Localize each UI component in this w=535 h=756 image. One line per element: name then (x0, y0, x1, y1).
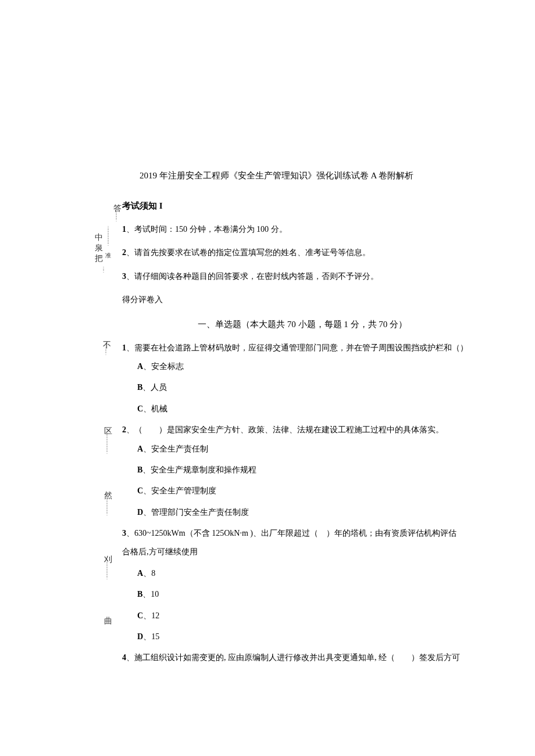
instruction-item: 3、请仔细阅读各种题目的回答要求，在密封线内答题，否则不予评分。 (122, 270, 471, 283)
notice-label: 考试须知 I (122, 199, 471, 213)
option-letter: A (137, 569, 143, 578)
option-text: 、管理部门安全生产责任制度 (143, 508, 249, 517)
option-letter: B (137, 383, 142, 392)
option: A、8 (137, 567, 471, 580)
question-num: 3 (122, 529, 126, 538)
option: D、15 (137, 630, 471, 643)
option-text: 、安全标志 (143, 362, 184, 371)
option: B、人员 (137, 381, 471, 394)
option: C、12 (137, 610, 471, 622)
score-entry: 得分评卷入 (122, 293, 471, 306)
question-body: 、630~1250kWm（不含 125OkN·m )、出厂年限超过（ ）年的塔机… (126, 529, 456, 538)
side-dots: ⋮⋮ (101, 267, 106, 272)
side-dots: ⋮⋮⋮⋮⋮⋮⋮⋮ (105, 560, 109, 579)
option-letter: C (137, 486, 143, 495)
instruction-text: 、考试时间：150 分钟，本卷满分为 100 分。 (126, 225, 287, 234)
question-body: 、需要在社会道路上管材码放时，应征得交通管理部门同意，并在管子周围设围挡或护栏和… (126, 343, 468, 352)
question-body: 、施工组织设计如需变更的, 应由原编制人进行修改并出具变更通知单, 经（ ）签发… (126, 653, 460, 662)
option-letter: A (137, 362, 143, 371)
question-num: 4 (122, 653, 126, 662)
option-letter: C (137, 611, 143, 620)
question-text-cont: 合格后,方可继续使用 (122, 546, 471, 558)
document-content: 2019 年注册安全工程师《安全生产管理知识》强化训练试卷 A 卷附解析 考试须… (122, 169, 471, 671)
option-text: 、10 (142, 590, 159, 599)
question-text: 4、施工组织设计如需变更的, 应由原编制人进行修改并出具变更通知单, 经（ ）签… (122, 651, 471, 664)
option-text: 、机械 (143, 404, 167, 413)
option-letter: D (137, 508, 143, 517)
option: A、安全标志 (137, 360, 471, 373)
side-dots: ⋮⋮⋮⋮ (104, 345, 108, 354)
options-list: A、安全生产责任制 B、安全生产规章制度和操作规程 C、安全生产管理制度 D、管… (137, 443, 471, 519)
option: C、安全生产管理制度 (137, 485, 471, 497)
options-list: A、安全标志 B、人员 C、机械 (137, 360, 471, 415)
option-text: 、安全生产规章制度和操作规程 (142, 465, 256, 474)
option-letter: A (137, 445, 143, 453)
side-dots: ⋮⋮⋮⋮⋮⋮⋮⋮ (106, 227, 110, 245)
document-title: 2019 年注册安全工程师《安全生产管理知识》强化训练试卷 A 卷附解析 (140, 169, 471, 182)
side-dots: ⋮⋮⋮⋮⋮⋮⋮⋮ (105, 496, 109, 515)
option: A、安全生产责任制 (137, 443, 471, 456)
question-text: 2、（ ）是国家安全生产方针、政策、法律、法规在建设工程施工过程中的具体落实。 (122, 424, 471, 436)
question-num: 1 (122, 343, 126, 352)
instruction-item: 1、考试时间：150 分钟，本卷满分为 100 分。 (122, 223, 471, 236)
question-body: 、（ ）是国家安全生产方针、政策、法律、法规在建设工程施工过程中的具体落实。 (126, 425, 444, 434)
option-text: 、人员 (142, 383, 167, 392)
instruction-num: 2 (122, 248, 126, 257)
side-dots: ⋮⋮⋮⋮⋮⋮⋮⋮⋮ (105, 432, 109, 453)
side-dots: ⋮⋮⋮⋮⋮ (114, 209, 119, 221)
option: B、安全生产规章制度和操作规程 (137, 464, 471, 476)
option-text: 、15 (143, 632, 159, 641)
option: C、机械 (137, 403, 471, 415)
option-text: 、安全生产责任制 (143, 445, 208, 453)
question-num: 2 (122, 425, 126, 434)
option: B、10 (137, 588, 471, 601)
option-text: 、8 (143, 569, 155, 578)
option-letter: C (137, 404, 143, 413)
option-text: 、安全生产管理制度 (143, 486, 216, 495)
section-title: 一、单选题（本大题共 70 小题，每题 1 分，共 70 分） (134, 317, 471, 331)
option-letter: D (137, 632, 143, 641)
instruction-item: 2、请首先按要求在试卷的指定位置填写您的姓名、准考证号等信息。 (122, 246, 471, 259)
question-text: 1、需要在社会道路上管材码放时，应征得交通管理部门同意，并在管子周围设围挡或护栏… (122, 342, 471, 354)
instruction-num: 1 (122, 225, 126, 234)
options-list: A、8 B、10 C、12 D、15 (137, 567, 471, 644)
option: D、管理部门安全生产责任制度 (137, 506, 471, 519)
instruction-num: 3 (122, 272, 126, 281)
question-text: 3、630~1250kWm（不含 125OkN·m )、出厂年限超过（ ）年的塔… (122, 527, 471, 540)
instruction-text: 、请仔细阅读各种题目的回答要求，在密封线内答题，否则不予评分。 (126, 272, 379, 281)
binding-margin: 答 ⋮⋮⋮⋮⋮ 中 泉 把 准 ⋮⋮⋮⋮⋮⋮⋮⋮ ⋮⋮ 不 ⋮⋮⋮⋮ 区 ⋮⋮⋮… (93, 192, 122, 633)
instruction-text: 、请首先按要求在试卷的指定位置填写您的姓名、准考证号等信息。 (126, 248, 370, 257)
option-letter: B (137, 465, 142, 474)
option-letter: B (137, 590, 142, 599)
option-text: 、12 (143, 611, 159, 620)
